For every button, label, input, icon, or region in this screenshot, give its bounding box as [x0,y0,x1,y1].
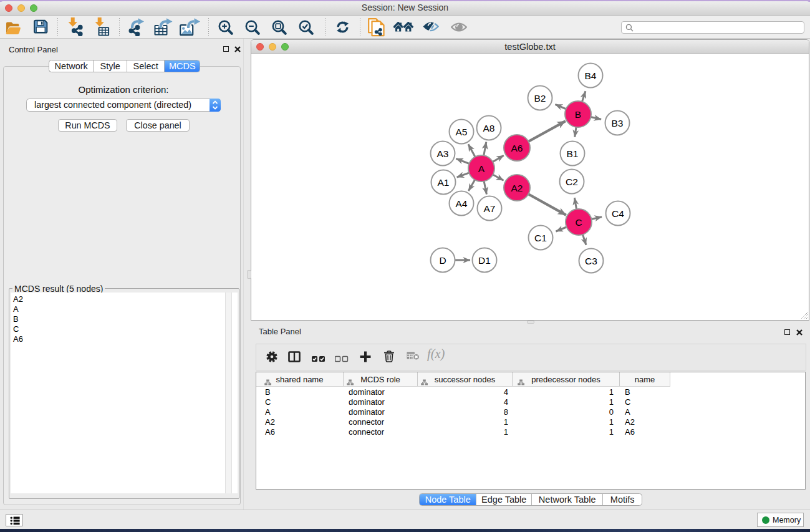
svg-text:A6: A6 [511,143,523,153]
svg-text:A1: A1 [438,177,450,188]
svg-text:D1: D1 [478,255,491,266]
svg-text:A5: A5 [456,127,468,137]
svg-text:C4: C4 [612,208,624,219]
svg-text:A8: A8 [483,123,495,133]
svg-text:C1: C1 [534,233,547,243]
svg-text:B: B [575,109,581,120]
svg-text:B4: B4 [585,70,597,81]
svg-text:A: A [478,163,485,174]
svg-text:D: D [439,255,446,266]
svg-text:A3: A3 [437,148,449,159]
svg-text:A2: A2 [511,183,523,193]
svg-text:B2: B2 [534,93,546,104]
svg-text:A4: A4 [456,198,468,209]
svg-text:C3: C3 [585,256,597,266]
svg-text:C2: C2 [566,177,578,187]
svg-text:B1: B1 [567,148,579,159]
svg-text:A7: A7 [484,203,496,214]
svg-text:B3: B3 [612,118,624,128]
svg-text:C: C [575,217,582,228]
